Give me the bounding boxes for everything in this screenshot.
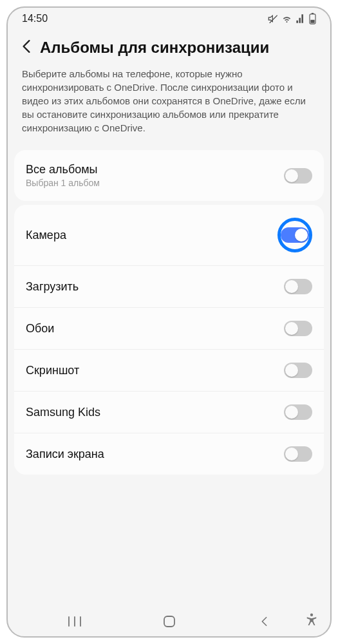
nav-recents[interactable] — [57, 616, 93, 627]
svg-rect-2 — [312, 13, 314, 14]
svg-rect-7 — [164, 616, 174, 627]
all-albums-card: Все альбомы Выбран 1 альбом — [14, 150, 324, 201]
album-label: Загрузить — [26, 280, 79, 294]
albums-card: КамераЗагрузитьОбоиСкриншотSamsung KidsЗ… — [14, 205, 324, 475]
status-time: 14:50 — [22, 13, 48, 24]
nav-home[interactable] — [151, 615, 187, 628]
album-row[interactable]: Samsung Kids — [14, 391, 324, 433]
album-toggle[interactable] — [284, 446, 312, 462]
svg-point-8 — [310, 614, 313, 616]
back-button[interactable] — [22, 39, 31, 56]
nav-back[interactable] — [246, 616, 282, 627]
album-toggle[interactable] — [281, 227, 309, 243]
album-label: Записи экрана — [26, 448, 104, 461]
home-icon — [163, 615, 176, 628]
album-row[interactable]: Скриншот — [14, 349, 324, 391]
album-toggle[interactable] — [284, 363, 312, 378]
svg-rect-3 — [310, 20, 314, 23]
album-label: Обои — [26, 322, 54, 336]
all-albums-toggle[interactable] — [284, 168, 312, 184]
battery-icon — [309, 13, 316, 24]
page-description: Выберите альбомы на телефоне, которые ну… — [8, 63, 330, 146]
svg-line-0 — [270, 15, 277, 23]
album-row[interactable]: Загрузить — [14, 265, 324, 307]
album-row[interactable]: Камера — [14, 205, 324, 265]
status-icons — [268, 13, 316, 24]
nav-bar — [8, 607, 330, 636]
mute-icon — [268, 14, 278, 24]
accessibility-button[interactable] — [306, 613, 317, 629]
accessibility-icon — [306, 613, 317, 626]
album-toggle[interactable] — [284, 321, 312, 336]
header: Альбомы для синхронизации — [8, 27, 330, 63]
album-label: Samsung Kids — [26, 406, 100, 419]
device-frame: 14:50 Альбомы для синхронизации Выберите… — [6, 6, 332, 638]
album-label: Скриншот — [26, 364, 79, 377]
signal-icon — [296, 14, 306, 24]
all-albums-sub: Выбран 1 альбом — [26, 178, 100, 188]
content: Альбомы для синхронизации Выберите альбо… — [8, 27, 330, 607]
chevron-left-icon — [22, 39, 31, 53]
recents-icon — [68, 616, 82, 627]
album-label: Камера — [26, 229, 66, 242]
page-title: Альбомы для синхронизации — [40, 39, 269, 57]
all-albums-label: Все альбомы — [26, 163, 100, 176]
album-row[interactable]: Записи экрана — [14, 433, 324, 475]
album-toggle[interactable] — [284, 404, 312, 420]
album-toggle[interactable] — [284, 279, 312, 294]
album-row[interactable]: Обои — [14, 307, 324, 349]
wifi-icon — [281, 14, 292, 24]
status-bar: 14:50 — [8, 8, 330, 27]
highlight-ring — [277, 218, 312, 252]
nav-back-icon — [259, 616, 268, 627]
all-albums-row[interactable]: Все альбомы Выбран 1 альбом — [14, 150, 324, 201]
